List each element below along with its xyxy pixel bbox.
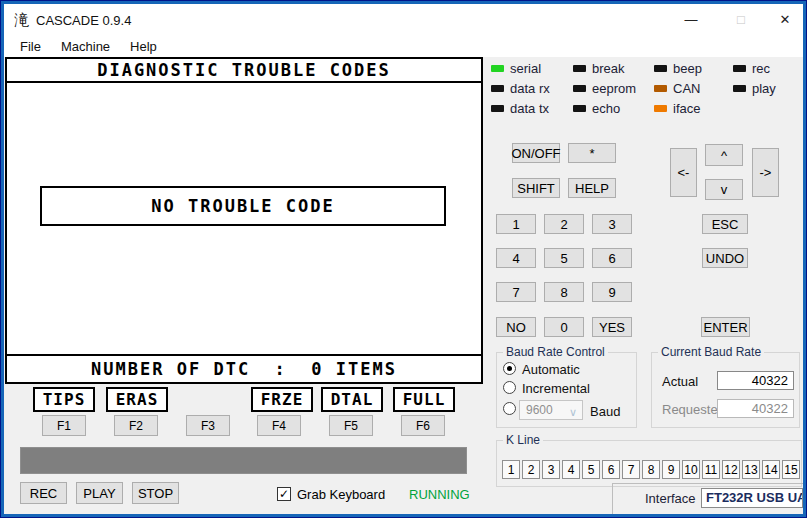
key-9[interactable]: 9 [592,282,632,302]
enter-button[interactable]: ENTER [701,317,750,337]
softkey-label-dtal: DTAL [321,387,383,412]
radio-incremental[interactable] [503,381,516,394]
radio-automatic-label: Automatic [522,362,580,377]
baud-select[interactable]: 9600 ∨ [519,400,583,420]
led-echo: echo [573,102,636,115]
rec-led-icon [733,65,746,72]
statusbar-divider-vertical [612,483,613,514]
led-can: CAN [654,82,702,95]
menu-help[interactable]: Help [120,37,167,57]
kline-button-6[interactable]: 6 [602,460,620,479]
led-break: break [573,62,636,75]
kline-button-11[interactable]: 11 [702,460,720,479]
f5-button[interactable]: F5 [329,415,373,436]
kline-button-9[interactable]: 9 [662,460,680,479]
undo-button[interactable]: UNDO [702,248,748,268]
kline-button-10[interactable]: 10 [682,460,700,479]
kline-button-2[interactable]: 2 [522,460,540,479]
play-led-icon [733,85,746,92]
help-button[interactable]: HELP [568,178,616,198]
kline-button-8[interactable]: 8 [642,460,660,479]
kline-button-12[interactable]: 12 [722,460,740,479]
key-no[interactable]: NO [496,317,536,337]
arrow-right-button[interactable]: -> [752,148,779,197]
baud-rate-control-title: Baud Rate Control [503,345,608,359]
app-icon: 滝 [14,11,29,30]
key-0[interactable]: 0 [544,317,584,337]
kline-button-4[interactable]: 4 [562,460,580,479]
beep-led-icon [654,65,667,72]
interface-label: Interface [645,491,696,506]
window-client-area: 滝 CASCADE 0.9.4 — □ ✕ File Machine Help … [4,4,803,514]
title-bar: 滝 CASCADE 0.9.4 — □ ✕ [4,4,803,37]
statusbar-divider [612,483,803,484]
echo-led-icon [573,105,586,112]
softkey-label-frze: FRZE [251,387,313,412]
key-6[interactable]: 6 [592,248,632,268]
actual-label: Actual [662,374,698,389]
f2-button[interactable]: F2 [114,415,158,436]
arrow-up-button[interactable]: ^ [705,144,743,166]
star-button[interactable]: * [568,143,616,163]
current-baud-rate-group: Current Baud Rate Actual 40322 Requested… [651,352,800,428]
stop-button[interactable]: STOP [132,482,179,504]
chevron-down-icon: ∨ [569,403,577,421]
led-play: play [733,82,776,95]
k-line-buttons: 1 2 3 4 5 6 7 8 9 10 11 12 13 14 15 [502,460,800,479]
play-button[interactable]: PLAY [76,482,123,504]
baud-rate-control-group: Baud Rate Control Automatic Incremental … [496,352,637,428]
kline-button-7[interactable]: 7 [622,460,640,479]
onoff-button[interactable]: ON/OFF [512,143,560,163]
key-5[interactable]: 5 [544,248,584,268]
app-window: 滝 CASCADE 0.9.4 — □ ✕ File Machine Help … [0,0,807,518]
f3-button[interactable]: F3 [186,415,230,436]
lcd-message-box: NO TROUBLE CODE [40,186,446,226]
kline-button-3[interactable]: 3 [542,460,560,479]
serial-led-icon [491,65,504,72]
f6-button[interactable]: F6 [401,415,445,436]
led-beep: beep [654,62,702,75]
radio-fixed-baud[interactable] [503,402,516,415]
key-1[interactable]: 1 [496,214,536,234]
arrow-left-button[interactable]: <- [670,148,697,197]
requested-label: Requested [662,402,725,417]
rec-button[interactable]: REC [20,482,67,504]
radio-incremental-label: Incremental [522,381,590,396]
maximize-button: □ [726,8,756,32]
led-serial: serial [491,62,550,75]
key-3[interactable]: 3 [592,214,632,234]
key-2[interactable]: 2 [544,214,584,234]
kline-button-14[interactable]: 14 [762,460,780,479]
softkey-label-tips: TIPS [33,387,95,412]
menu-machine[interactable]: Machine [51,37,120,57]
led-rec: rec [733,62,776,75]
arrow-down-button[interactable]: v [705,179,743,200]
led-column-3: beep CAN iface [654,62,702,122]
shift-button[interactable]: SHIFT [512,178,560,198]
led-column-4: rec play [733,62,776,102]
lcd-status-line: NUMBER OF DTC : 0 ITEMS [7,354,481,382]
menu-file[interactable]: File [10,37,51,57]
key-4[interactable]: 4 [496,248,536,268]
key-7[interactable]: 7 [496,282,536,302]
kline-button-1[interactable]: 1 [502,460,520,479]
key-yes[interactable]: YES [592,317,632,337]
radio-automatic[interactable] [503,362,516,375]
f1-button[interactable]: F1 [42,415,86,436]
esc-button[interactable]: ESC [702,214,748,234]
softkey-label-eras: ERAS [106,387,168,412]
minimize-button[interactable]: — [676,8,706,32]
k-line-group: K Line 1 2 3 4 5 6 7 8 9 10 11 12 13 14 … [496,440,802,487]
key-8[interactable]: 8 [544,282,584,302]
iface-led-icon [654,105,667,112]
kline-button-5[interactable]: 5 [582,460,600,479]
can-led-icon [654,85,667,92]
led-data-rx: data rx [491,82,550,95]
interface-field: FT232R USB UART [701,488,803,508]
f4-button[interactable]: F4 [257,415,301,436]
close-button[interactable]: ✕ [770,8,800,32]
kline-button-13[interactable]: 13 [742,460,760,479]
grab-keyboard-checkbox[interactable]: ✓ [277,487,291,501]
led-data-tx: data tx [491,102,550,115]
kline-button-15[interactable]: 15 [782,460,800,479]
